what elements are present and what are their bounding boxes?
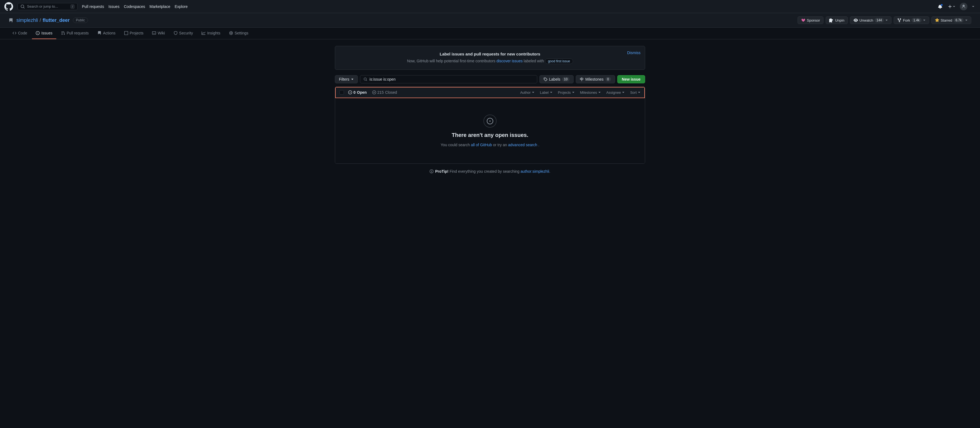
label-filter[interactable]: Label	[540, 91, 552, 94]
issues-header: 0 Open 215 Closed Author Label	[335, 87, 645, 98]
issues-header-right: Author Label Projects Milestones Assigne…	[520, 91, 641, 94]
nav-explore[interactable]: Explore	[175, 4, 188, 9]
avatar[interactable]	[960, 3, 967, 10]
repo-path: simplezhli / flutter_deer	[16, 18, 70, 23]
new-issue-button[interactable]: New issue	[617, 75, 645, 83]
labels-button[interactable]: Labels 10	[539, 75, 574, 83]
tab-pull-requests[interactable]: Pull requests	[57, 27, 92, 39]
empty-state-text: You could search all of GitHub or try an…	[441, 143, 539, 147]
repo-tabs: Code Issues Pull requests Actions Projec…	[0, 27, 980, 39]
issues-header-left: 0 Open 215 Closed	[339, 90, 398, 94]
public-badge: Public	[73, 18, 88, 23]
tab-actions[interactable]: Actions	[94, 27, 119, 39]
repo-header: simplezhli / flutter_deer Public Sponsor…	[0, 13, 980, 27]
assignee-filter[interactable]: Assignee	[606, 91, 625, 94]
tab-wiki[interactable]: Wiki	[148, 27, 169, 39]
advanced-search-link[interactable]: advanced search	[508, 143, 537, 147]
tab-code[interactable]: Code	[9, 27, 31, 39]
search-placeholder: Search or jump to...	[27, 4, 58, 8]
repo-owner-link[interactable]: simplezhli	[16, 18, 38, 23]
empty-icon	[484, 115, 496, 128]
tab-insights[interactable]: Insights	[198, 27, 224, 39]
nav-pull-requests[interactable]: Pull requests	[82, 4, 104, 9]
nav-codespaces[interactable]: Codespaces	[124, 4, 145, 9]
repo-actions: Sponsor Unpin Unwatch 144 Fork 1.4k Star…	[797, 16, 971, 24]
search-input-wrap[interactable]	[360, 75, 537, 83]
protip-text: Find everything you created by searching	[450, 169, 520, 174]
sponsor-button[interactable]: Sponsor	[797, 16, 824, 24]
milestones-filter[interactable]: Milestones	[580, 91, 601, 94]
plus-menu-button[interactable]	[947, 3, 956, 10]
unpin-button[interactable]: Unpin	[826, 16, 848, 24]
dismiss-button[interactable]: Dismiss	[627, 51, 641, 55]
tab-projects[interactable]: Projects	[121, 27, 148, 39]
protip-bold: ProTip!	[435, 169, 449, 174]
milestones-button[interactable]: Milestones 0	[576, 75, 615, 83]
select-all-checkbox[interactable]	[339, 90, 344, 94]
filters-button[interactable]: Filters	[335, 75, 358, 83]
discover-issues-link[interactable]: discover issues	[496, 59, 523, 63]
good-first-issue-badge: good first issue	[545, 59, 573, 64]
protip: ProTip! Find everything you created by s…	[335, 169, 645, 174]
announcement-banner: Label issues and pull requests for new c…	[335, 46, 645, 70]
repo-name-link[interactable]: flutter_deer	[43, 18, 70, 23]
projects-filter[interactable]: Projects	[558, 91, 575, 94]
issues-search-input[interactable]	[369, 77, 534, 81]
top-nav-links: Pull requests Issues Codespaces Marketpl…	[82, 4, 188, 9]
search-icon	[21, 4, 25, 9]
banner-text: Now, GitHub will help potential first-ti…	[342, 59, 638, 64]
banner-title: Label issues and pull requests for new c…	[342, 52, 638, 56]
protip-author-link[interactable]: author:simplezhli	[520, 169, 549, 174]
search-box[interactable]: Search or jump to... /	[18, 3, 78, 10]
issues-toolbar: Filters Labels 10 Milestones 0 New issue	[335, 75, 645, 83]
notifications-button[interactable]	[937, 3, 943, 10]
tab-settings[interactable]: Settings	[225, 27, 252, 39]
top-nav-right	[937, 3, 976, 10]
open-issues-tab[interactable]: 0 Open	[347, 90, 368, 94]
tab-issues[interactable]: Issues	[32, 27, 56, 39]
nav-marketplace[interactable]: Marketplace	[150, 4, 170, 9]
tab-security[interactable]: Security	[170, 27, 197, 39]
main-content: Label issues and pull requests for new c…	[326, 39, 654, 180]
author-filter[interactable]: Author	[520, 91, 534, 94]
nav-issues[interactable]: Issues	[108, 4, 119, 9]
search-kbd: /	[70, 4, 75, 9]
repo-icon	[9, 18, 13, 23]
all-github-link[interactable]: all of GitHub	[471, 143, 492, 147]
github-logo	[4, 2, 13, 11]
top-nav: Search or jump to... / Pull requests Iss…	[0, 0, 980, 13]
issues-container: 0 Open 215 Closed Author Label	[335, 87, 645, 164]
notif-dot	[941, 4, 943, 6]
empty-state-title: There aren't any open issues.	[452, 132, 528, 138]
fork-button[interactable]: Fork 1.4k	[894, 16, 929, 24]
unwatch-button[interactable]: Unwatch 144	[850, 16, 891, 24]
star-button[interactable]: Starred 6.7k	[931, 16, 971, 24]
sort-filter[interactable]: Sort	[630, 91, 641, 94]
empty-state: There aren't any open issues. You could …	[335, 98, 645, 163]
closed-issues-tab[interactable]: 215 Closed	[371, 90, 398, 94]
user-menu-button[interactable]	[971, 4, 976, 9]
